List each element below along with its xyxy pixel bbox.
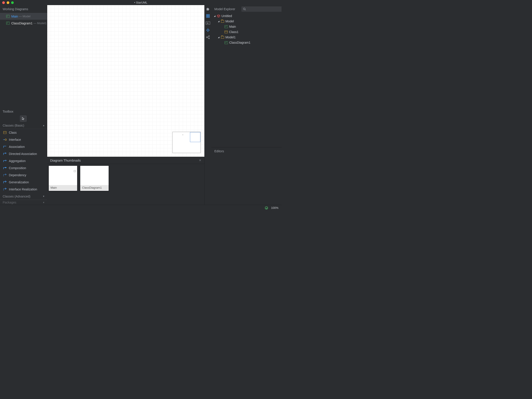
tree-node-classdiagram1[interactable]: ClassDiagram1 xyxy=(211,40,281,45)
toolbox-items-basic: Class Interface Association Directed Ass… xyxy=(0,129,47,193)
close-window-button[interactable] xyxy=(2,1,5,4)
svg-rect-2 xyxy=(206,14,208,16)
fullscreen-window-button[interactable] xyxy=(11,1,14,4)
tree-node-main[interactable]: Main xyxy=(211,24,281,29)
minimap-mark: ⊟ xyxy=(182,134,183,135)
toolbox-item-label: Interface Realization xyxy=(9,188,37,191)
svg-line-12 xyxy=(207,38,209,38)
minimize-window-button[interactable] xyxy=(7,1,9,4)
status-ok-icon xyxy=(265,206,268,209)
working-diagram-name: ClassDiagram1 xyxy=(11,21,32,25)
tree-node-model1[interactable]: ◢ Model1 xyxy=(211,35,281,40)
svg-point-9 xyxy=(209,36,210,37)
project-icon xyxy=(217,14,220,18)
thumbnail-label: Main xyxy=(49,185,77,191)
zoom-level[interactable]: 100% xyxy=(271,206,279,209)
tree-label: Class1 xyxy=(229,30,239,34)
title-bar: • StarUML xyxy=(0,0,282,5)
selection-tool-button[interactable] xyxy=(20,115,27,122)
toolbox-item-class[interactable]: Class xyxy=(0,129,47,136)
class-icon xyxy=(225,31,228,33)
class-diagram-icon xyxy=(6,15,10,18)
toolbox-item-dependency[interactable]: Dependency xyxy=(0,171,47,179)
right-tool-strip: M↓ xyxy=(204,5,211,205)
tree-label: Untitled xyxy=(222,14,232,18)
editors-header: Editors xyxy=(211,147,282,155)
composition-icon xyxy=(3,166,7,170)
toolbox-item-directed-association[interactable]: Directed Association xyxy=(0,150,47,157)
diagram-thumbnails-panel: Diagram Thumbnails × Main ClassDiagram1 xyxy=(47,157,204,205)
toolbox-item-label: Class xyxy=(9,131,17,134)
svg-point-8 xyxy=(206,37,208,38)
model-explorer-search[interactable] xyxy=(241,6,282,12)
markdown-icon: M↓ xyxy=(206,21,210,25)
minimap-tool[interactable] xyxy=(205,28,210,32)
working-diagram-context: — Model1 xyxy=(33,21,47,25)
close-thumbnails-button[interactable]: × xyxy=(199,158,201,163)
thumbnail-classdiagram1[interactable]: ClassDiagram1 xyxy=(80,166,109,191)
svg-rect-4 xyxy=(206,16,208,18)
toolbox-select-row xyxy=(0,115,47,122)
svg-point-10 xyxy=(209,38,210,39)
cursor-icon xyxy=(22,117,25,120)
chevron-down-icon[interactable]: ◢ xyxy=(217,20,220,22)
toolbox-section-classes-basic[interactable]: Classes (Basic) ▲ xyxy=(0,122,47,129)
search-input[interactable] xyxy=(247,7,282,11)
search-icon xyxy=(243,8,246,10)
working-diagrams-header: Working Diagrams xyxy=(0,5,47,13)
chevron-down-icon[interactable]: ◢ xyxy=(214,15,216,17)
svg-point-1 xyxy=(5,139,7,140)
toolbox-item-association[interactable]: Association xyxy=(0,143,47,150)
status-bar: 100% xyxy=(0,205,282,211)
tree-label: Model1 xyxy=(225,35,236,39)
thumbnail-label: ClassDiagram1 xyxy=(80,185,109,191)
working-diagram-main[interactable]: Main — Model xyxy=(0,13,47,20)
relationship-tool[interactable] xyxy=(205,35,210,40)
tree-node-untitled[interactable]: ◢ Untitled xyxy=(211,13,281,19)
window-title: • StarUML xyxy=(134,1,147,4)
minimap[interactable]: ⊟ xyxy=(172,132,201,153)
working-diagram-context: — Model xyxy=(19,15,30,18)
model-explorer-header: Model Explorer xyxy=(214,7,235,11)
tree-node-model[interactable]: ◢ Model xyxy=(211,19,281,24)
toolbox-item-label: Association xyxy=(9,145,25,149)
toolbox-item-aggregation[interactable]: Aggregation xyxy=(0,157,47,165)
toolbox-item-interface-realization[interactable]: Interface Realization xyxy=(0,186,47,193)
toolbox-item-interface[interactable]: Interface xyxy=(0,136,47,143)
thumbnail-element-icon xyxy=(74,170,76,172)
working-diagram-classdiagram1[interactable]: ClassDiagram1 — Model1 xyxy=(0,20,47,27)
tree-label: Main xyxy=(229,25,236,28)
chevron-down-icon[interactable]: ◢ xyxy=(217,36,220,38)
generalization-icon xyxy=(3,180,7,184)
thumbnail-main[interactable]: Main xyxy=(49,166,77,191)
toolbox-section-classes-advanced[interactable]: Classes (Advanced) ▼ xyxy=(0,193,47,200)
interface-icon xyxy=(3,138,7,141)
tree-label: ClassDiagram1 xyxy=(229,41,250,44)
share-icon xyxy=(206,35,210,39)
puzzle-icon xyxy=(206,7,210,11)
window-controls xyxy=(0,1,14,4)
svg-text:M↓: M↓ xyxy=(207,22,209,24)
minimap-viewport[interactable] xyxy=(190,132,200,142)
toolbox-item-label: Dependency xyxy=(9,173,26,177)
tree-node-class1[interactable]: Class1 xyxy=(211,29,281,35)
svg-point-13 xyxy=(243,8,245,10)
working-diagram-name: Main xyxy=(11,15,18,18)
extension-tool[interactable] xyxy=(205,6,210,11)
toolbox-item-label: Aggregation xyxy=(9,159,26,163)
toolbox-item-composition[interactable]: Composition xyxy=(0,165,47,171)
toolbox-section-next[interactable]: Packages ▼ xyxy=(0,200,47,205)
package-icon xyxy=(221,20,224,23)
toolbox-item-label: Composition xyxy=(9,166,26,170)
toolbox-section-label: Classes (Basic) xyxy=(3,124,24,127)
directed-association-icon xyxy=(3,152,7,156)
markdown-tool[interactable]: M↓ xyxy=(205,21,210,25)
diagram-thumbnails-title: Diagram Thumbnails xyxy=(50,158,81,162)
tree-label: Model xyxy=(225,19,234,23)
class-diagram-icon xyxy=(6,22,10,25)
toolbox-item-label: Generalization xyxy=(9,180,29,184)
thumbnails-tool[interactable] xyxy=(205,13,210,18)
working-diagrams-list: Main — Model ClassDiagram1 — Model1 xyxy=(0,13,47,27)
svg-line-14 xyxy=(245,10,246,10)
toolbox-item-generalization[interactable]: Generalization xyxy=(0,179,47,186)
